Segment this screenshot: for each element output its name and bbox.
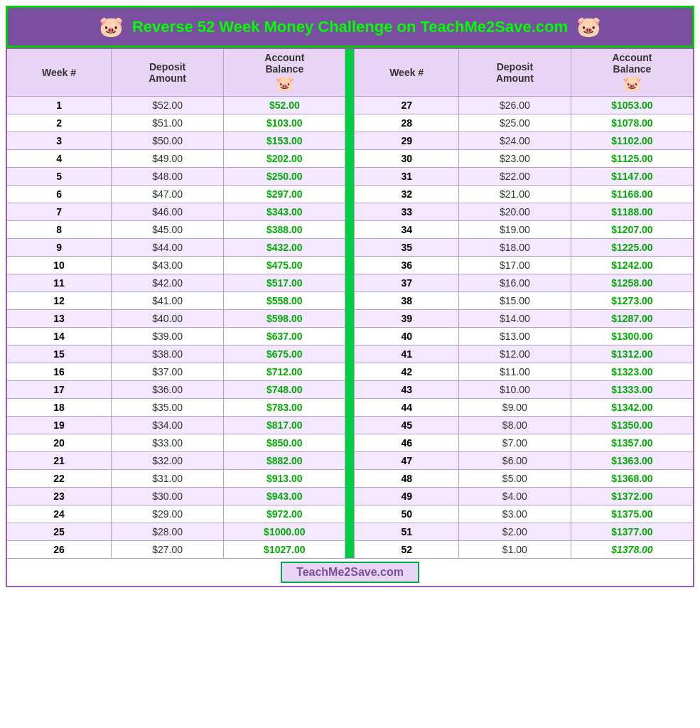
right-deposit-amount: $13.00 [458,328,571,346]
left-balance-amount: $52.00 [224,97,345,114]
left-balance-amount: $943.00 [224,488,345,505]
pig-icon-left: 🐷 [99,15,124,38]
divider-col [345,186,355,203]
table-row: 16$37.00$712.0042$11.00$1323.00 [6,363,694,381]
table-row: 15$38.00$675.0041$12.00$1312.00 [6,346,694,363]
right-deposit-amount: $1.00 [458,541,571,559]
page-header: 🐷 Reverse 52 Week Money Challenge on Tea… [6,6,694,48]
right-balance-amount: $1225.00 [571,239,694,257]
right-deposit-amount: $12.00 [458,346,571,363]
left-deposit-amount: $39.00 [112,328,224,346]
left-balance-amount: $250.00 [224,168,345,186]
right-deposit-amount: $14.00 [458,310,571,328]
left-balance-amount: $850.00 [224,434,345,452]
divider-col-header [345,48,355,97]
left-week-num: 9 [6,239,112,257]
divider-col [345,363,355,381]
right-week-num: 43 [355,381,458,399]
left-balance-amount: $1027.00 [224,541,345,559]
divider-col [345,417,355,434]
right-week-num: 34 [355,221,458,239]
left-week-num: 25 [6,523,112,541]
right-week-num: 30 [355,150,458,168]
right-balance-amount: $1242.00 [571,257,694,274]
divider-col [345,221,355,239]
left-deposit-amount: $46.00 [112,203,224,221]
right-deposit-amount: $22.00 [458,168,571,186]
left-week-num: 5 [6,168,112,186]
left-week-num: 24 [6,505,112,523]
left-deposit-amount: $43.00 [112,257,224,274]
left-balance-amount: $343.00 [224,203,345,221]
right-week-num: 46 [355,434,458,452]
divider-col [345,488,355,505]
right-deposit-amount: $15.00 [458,292,571,310]
left-week-num: 10 [6,257,112,274]
right-balance-amount: $1363.00 [571,452,694,470]
right-deposit-header: DepositAmount [458,48,571,97]
left-balance-amount: $748.00 [224,381,345,399]
right-balance-amount: $1258.00 [571,274,694,292]
right-deposit-amount: $23.00 [458,150,571,168]
left-deposit-amount: $48.00 [112,168,224,186]
divider-col [345,203,355,221]
divider-col [345,274,355,292]
left-week-num: 22 [6,470,112,488]
table-row: 13$40.00$598.0039$14.00$1287.00 [6,310,694,328]
right-week-num: 36 [355,257,458,274]
right-balance-amount: $1188.00 [571,203,694,221]
divider-col [345,132,355,150]
left-deposit-amount: $42.00 [112,274,224,292]
left-week-num: 13 [6,310,112,328]
left-week-num: 18 [6,399,112,417]
divider-col [345,328,355,346]
table-row: 4$49.00$202.0030$23.00$1125.00 [6,150,694,168]
right-week-num: 35 [355,239,458,257]
pig-icon-right: 🐷 [576,15,601,38]
divider-col [345,292,355,310]
right-deposit-amount: $8.00 [458,417,571,434]
right-deposit-amount: $17.00 [458,257,571,274]
table-row: 14$39.00$637.0040$13.00$1300.00 [6,328,694,346]
right-week-num: 27 [355,97,458,114]
table-row: 2$51.00$103.0028$25.00$1078.00 [6,114,694,132]
footer-row: TeachMe2Save.com [6,559,694,587]
right-balance-amount: $1125.00 [571,150,694,168]
right-week-num: 28 [355,114,458,132]
left-deposit-amount: $36.00 [112,381,224,399]
right-balance-amount: $1207.00 [571,221,694,239]
right-balance-amount: $1102.00 [571,132,694,150]
left-deposit-amount: $31.00 [112,470,224,488]
right-week-num: 52 [355,541,458,559]
left-balance-amount: $1000.00 [224,523,345,541]
right-week-num: 45 [355,417,458,434]
table-row: 8$45.00$388.0034$19.00$1207.00 [6,221,694,239]
divider-col [345,505,355,523]
left-balance-amount: $475.00 [224,257,345,274]
left-balance-amount: $817.00 [224,417,345,434]
right-balance-amount: $1372.00 [571,488,694,505]
right-balance-header: AccountBalance🐷 [571,48,694,97]
left-deposit-amount: $33.00 [112,434,224,452]
left-deposit-amount: $32.00 [112,452,224,470]
right-week-num: 51 [355,523,458,541]
right-deposit-amount: $21.00 [458,186,571,203]
table-row: 19$34.00$817.0045$8.00$1350.00 [6,417,694,434]
table-row: 5$48.00$250.0031$22.00$1147.00 [6,168,694,186]
right-deposit-amount: $2.00 [458,523,571,541]
right-balance-amount: $1168.00 [571,186,694,203]
right-balance-amount: $1368.00 [571,470,694,488]
right-balance-amount: $1273.00 [571,292,694,310]
left-deposit-amount: $34.00 [112,417,224,434]
right-deposit-amount: $10.00 [458,381,571,399]
right-balance-amount: $1375.00 [571,505,694,523]
left-week-num: 6 [6,186,112,203]
left-deposit-amount: $52.00 [112,97,224,114]
left-deposit-amount: $35.00 [112,399,224,417]
divider-col [345,541,355,559]
left-balance-amount: $598.00 [224,310,345,328]
right-deposit-amount: $5.00 [458,470,571,488]
left-deposit-amount: $28.00 [112,523,224,541]
left-week-num: 26 [6,541,112,559]
right-balance-amount: $1287.00 [571,310,694,328]
